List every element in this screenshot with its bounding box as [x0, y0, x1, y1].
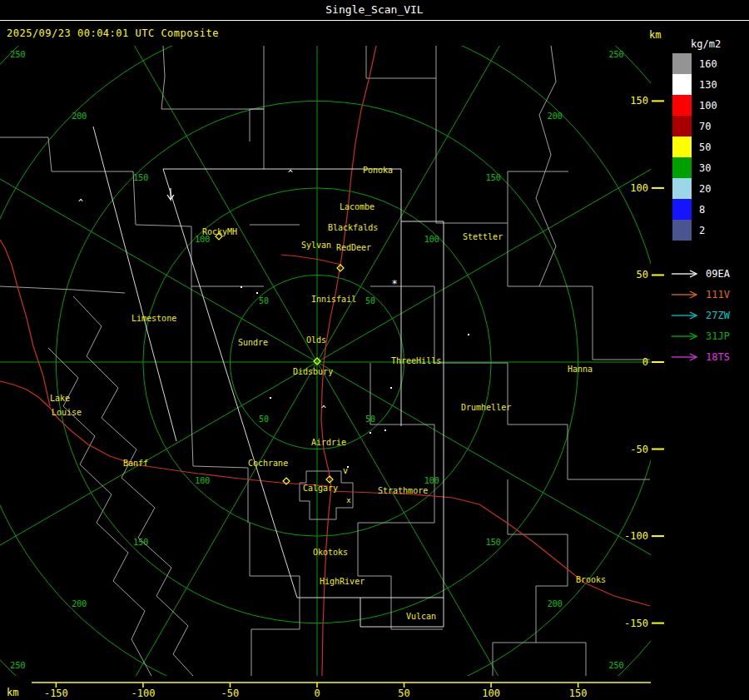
radar-site-arrow-icon	[167, 188, 174, 200]
vil-scale-swatch	[672, 95, 692, 116]
city-label: Olds	[306, 335, 326, 345]
range-ring-label: 200	[72, 112, 87, 121]
county-boundary-line	[250, 523, 300, 676]
county-boundary-line	[73, 296, 193, 676]
radar-site-id: 09EA	[706, 268, 730, 280]
city-label: Lake	[50, 394, 70, 403]
bottom-axis-unit-label: km	[7, 687, 18, 698]
county-boundary-line	[250, 46, 264, 141]
vil-scale-unit-label: kg/m2	[691, 38, 721, 50]
vil-scale-row: 30	[672, 157, 717, 178]
range-ring-label: 250	[10, 50, 25, 59]
vil-scale-row: 70	[672, 116, 717, 137]
vil-scale-row: 50	[672, 137, 717, 157]
vil-color-scale: 1601301007050302082	[672, 53, 717, 241]
radar-arrow-icon	[671, 352, 701, 362]
bottom-axis-tick-label: -50	[221, 688, 240, 699]
county-boundary-line	[161, 46, 264, 109]
vil-scale-swatch	[672, 53, 692, 74]
bottom-axis-tick-label: 100	[482, 688, 500, 699]
city-label: Limestone	[131, 314, 176, 323]
city-label: ThreeHills	[391, 356, 441, 365]
range-ring	[0, 14, 665, 700]
city-label: Ponoka	[363, 166, 393, 175]
vil-scale-row: 2	[672, 220, 717, 241]
city-label: Sundre	[238, 338, 268, 347]
right-axis-tick-label: 0	[642, 356, 648, 368]
bottom-axis-tick-label: 150	[569, 688, 588, 699]
x-marker-icon: x	[346, 496, 351, 504]
range-ring-label: 200	[548, 599, 563, 608]
bottom-axis-tick-label: -100	[131, 688, 155, 699]
vil-scale-swatch	[672, 157, 692, 178]
city-label: Louise	[52, 408, 82, 417]
azimuth-spoke-line	[59, 362, 317, 700]
vil-scale-value: 100	[699, 100, 717, 112]
highway-line	[0, 240, 50, 406]
bottom-axis-tick-label: -150	[44, 688, 68, 699]
radar-site-id: 27ZW	[706, 310, 730, 321]
vil-scale-value: 8	[699, 204, 705, 216]
echo-dot-icon	[390, 387, 392, 389]
right-axis-tick-label: 100	[630, 182, 648, 194]
vil-scale-row: 8	[672, 199, 717, 220]
county-boundary-line	[508, 223, 650, 360]
range-ring-label: 100	[195, 476, 210, 485]
radar-site-row: 31JP	[671, 325, 730, 346]
echo-dot-icon	[270, 397, 271, 399]
county-boundary-line	[436, 78, 568, 223]
county-boundary-line	[366, 46, 436, 78]
vil-scale-value: 160	[699, 58, 717, 70]
vil-scale-value: 130	[699, 79, 717, 91]
city-label: Blackfalds	[328, 223, 378, 232]
radar-site-id: 18TS	[706, 351, 730, 363]
vil-scale-row: 20	[672, 178, 717, 199]
azimuth-spoke-line	[317, 0, 575, 362]
azimuth-spoke-line	[317, 362, 575, 700]
vil-scale-value: 2	[699, 225, 705, 236]
range-ring-label: 150	[486, 173, 501, 182]
radar-site-row: 09EA	[671, 263, 730, 284]
right-axis-unit-label: km	[649, 29, 661, 41]
city-label: Airdrie	[311, 438, 346, 447]
county-boundary-line	[370, 286, 650, 479]
radar-arrow-icon	[671, 331, 701, 341]
range-ring-label: 250	[609, 661, 624, 670]
city-label: Brooks	[576, 575, 606, 584]
right-axis-tick-label: -50	[630, 444, 648, 455]
caret-marker-icon: ^	[78, 198, 83, 207]
vil-scale-swatch	[672, 199, 692, 220]
caret-marker-icon: ^	[321, 405, 326, 414]
county-boundary-line	[493, 479, 568, 676]
right-axis-tick-label: -100	[624, 530, 648, 542]
caret-marker-icon: ^	[288, 169, 293, 178]
vil-scale-row: 100	[672, 95, 717, 116]
vil-scale-value: 70	[699, 121, 711, 132]
right-axis-tick-label: -150	[624, 618, 648, 629]
vil-scale-value: 30	[699, 162, 711, 174]
range-ring-label: 50	[259, 415, 269, 424]
city-label: Hanna	[568, 365, 593, 374]
city-label: Calgary	[303, 484, 338, 493]
city-label: Sylvan	[301, 241, 331, 250]
radar-site-legend: 09EA111V27ZW31JP18TS	[671, 263, 730, 367]
v-marker-icon: v	[343, 466, 348, 475]
city-label: Innisfail	[311, 295, 356, 304]
radar-arrow-icon	[671, 290, 701, 300]
city-label: Drumheller	[461, 403, 511, 412]
range-ring-label: 250	[609, 50, 624, 59]
echo-dot-icon	[256, 292, 258, 294]
azimuth-spoke-line	[59, 0, 317, 362]
highway-line	[281, 255, 341, 265]
echo-dot-icon	[370, 432, 371, 434]
vil-scale-swatch	[672, 74, 692, 95]
county-boundary-line	[536, 643, 586, 676]
range-ring-label: 50	[365, 296, 375, 305]
range-ring-label: 100	[424, 235, 439, 244]
vil-scale-swatch	[672, 178, 692, 199]
radar-site-row: 27ZW	[671, 305, 730, 325]
county-boundary-line	[0, 137, 264, 286]
vil-scale-value: 20	[699, 183, 711, 195]
radar-display[interactable]: 5050505010010010010015015015015020020020…	[0, 0, 749, 700]
echo-dot-icon	[384, 429, 386, 431]
